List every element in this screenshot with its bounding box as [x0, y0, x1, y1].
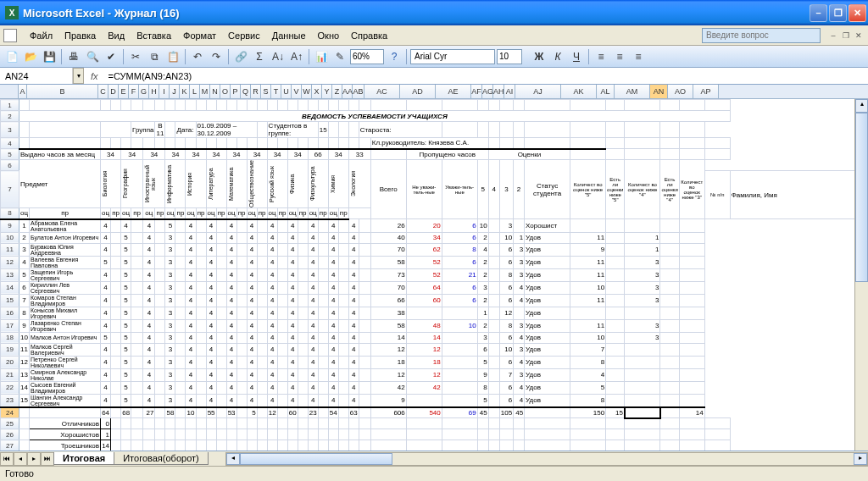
cell[interactable] [236, 381, 247, 394]
cell[interactable] [679, 368, 704, 381]
cell[interactable]: 3 [625, 281, 660, 294]
cell[interactable] [175, 268, 186, 281]
cell[interactable]: 4 [287, 368, 298, 381]
cell[interactable] [186, 418, 196, 429]
cell[interactable]: 4 [348, 243, 359, 256]
cell[interactable] [247, 138, 257, 149]
cell[interactable] [406, 100, 442, 111]
cell[interactable]: 45 [477, 407, 488, 418]
cell[interactable]: 58 [165, 407, 175, 418]
cell[interactable] [338, 343, 348, 356]
cell[interactable]: 5 [19, 268, 30, 281]
cell[interactable]: 8 [499, 268, 513, 281]
column-header[interactable]: AL [597, 85, 615, 98]
cell[interactable] [111, 394, 121, 407]
cell[interactable]: Комаров Степан Владимиров [30, 294, 101, 307]
cell[interactable] [143, 418, 155, 429]
cell[interactable] [308, 418, 318, 429]
cell[interactable] [101, 100, 111, 111]
cell[interactable] [236, 368, 247, 381]
cell[interactable]: 3 [165, 307, 175, 319]
cell[interactable]: оц [121, 208, 131, 219]
copy-icon[interactable]: ⧉ [146, 48, 163, 65]
cell[interactable]: 1 [514, 232, 525, 243]
cell[interactable]: 6 [499, 381, 513, 394]
cell[interactable] [606, 394, 625, 407]
font-size-input[interactable] [497, 49, 522, 64]
cell[interactable] [196, 294, 206, 307]
cell[interactable] [442, 100, 477, 111]
cell[interactable] [308, 138, 318, 149]
cell[interactable]: 4 [308, 219, 318, 233]
cell[interactable]: 4 [267, 394, 277, 407]
cell[interactable] [111, 407, 121, 418]
cell[interactable] [111, 268, 121, 281]
cell[interactable] [196, 219, 206, 233]
cell[interactable]: оц [226, 208, 236, 219]
cell[interactable]: 4 [348, 332, 359, 343]
cell[interactable]: 4 [308, 394, 318, 407]
cell[interactable] [338, 100, 348, 111]
cell[interactable]: 4 [247, 219, 257, 233]
cell[interactable]: 3 [165, 268, 175, 281]
cell[interactable]: Литература [206, 160, 226, 208]
cell[interactable] [514, 440, 525, 451]
cell[interactable]: 4 [287, 232, 298, 243]
cell[interactable] [155, 268, 165, 281]
cell[interactable] [660, 256, 679, 268]
sort-desc-icon[interactable]: A↑ [288, 48, 305, 65]
cell[interactable]: Иностранный язык [143, 160, 165, 208]
cell[interactable] [155, 332, 165, 343]
cell[interactable] [155, 243, 165, 256]
cell[interactable] [488, 268, 499, 281]
cell[interactable]: 5 [121, 281, 131, 294]
cell[interactable] [277, 381, 287, 394]
cell[interactable]: 4 [308, 307, 318, 319]
cell[interactable]: 34 [186, 149, 206, 160]
cell[interactable] [267, 418, 277, 429]
maximize-button[interactable]: ❐ [829, 4, 847, 22]
cell[interactable] [488, 122, 499, 138]
cell[interactable] [660, 243, 679, 256]
cell[interactable]: 4 [267, 232, 277, 243]
cell[interactable] [111, 368, 121, 381]
cell[interactable] [679, 256, 704, 268]
cell[interactable] [328, 138, 338, 149]
cell[interactable] [625, 407, 660, 418]
cell[interactable] [359, 343, 370, 356]
column-header[interactable]: AN [650, 85, 668, 98]
cell[interactable] [488, 307, 499, 319]
cell[interactable] [267, 440, 277, 451]
cell[interactable] [442, 356, 477, 368]
tab-nav-prev[interactable]: ◂ [14, 452, 27, 466]
help-icon[interactable]: ? [386, 48, 403, 65]
cell[interactable] [660, 368, 679, 381]
cell[interactable]: Удов [525, 268, 570, 281]
workbook-restore-button[interactable]: ❐ [840, 30, 852, 41]
cell[interactable]: пр [257, 208, 267, 219]
cell[interactable] [359, 138, 370, 149]
cell[interactable] [236, 232, 247, 243]
cell[interactable]: 6 [499, 294, 513, 307]
cell[interactable] [277, 418, 287, 429]
row-header[interactable]: 3 [1, 122, 19, 138]
cell[interactable]: Математика [226, 160, 247, 208]
cell[interactable] [704, 429, 730, 440]
cell[interactable]: Троешников [30, 440, 101, 451]
formula-input[interactable]: =СУММ(AN9:AN23) [105, 71, 868, 81]
cell[interactable] [660, 418, 679, 429]
cell[interactable] [514, 122, 525, 138]
align-center-icon[interactable]: ≡ [611, 48, 628, 65]
cell[interactable] [196, 368, 206, 381]
cell[interactable] [277, 138, 287, 149]
cell[interactable] [155, 368, 165, 381]
cell[interactable] [606, 149, 625, 160]
cell[interactable]: 4 [477, 243, 488, 256]
cell[interactable] [155, 440, 165, 451]
row-header[interactable]: 7 [1, 171, 19, 208]
cell[interactable]: Хорошист [525, 219, 570, 233]
cell[interactable] [338, 381, 348, 394]
cell[interactable]: 4 [348, 294, 359, 307]
cell[interactable]: 4 [206, 219, 216, 233]
cell[interactable]: пр [277, 208, 287, 219]
